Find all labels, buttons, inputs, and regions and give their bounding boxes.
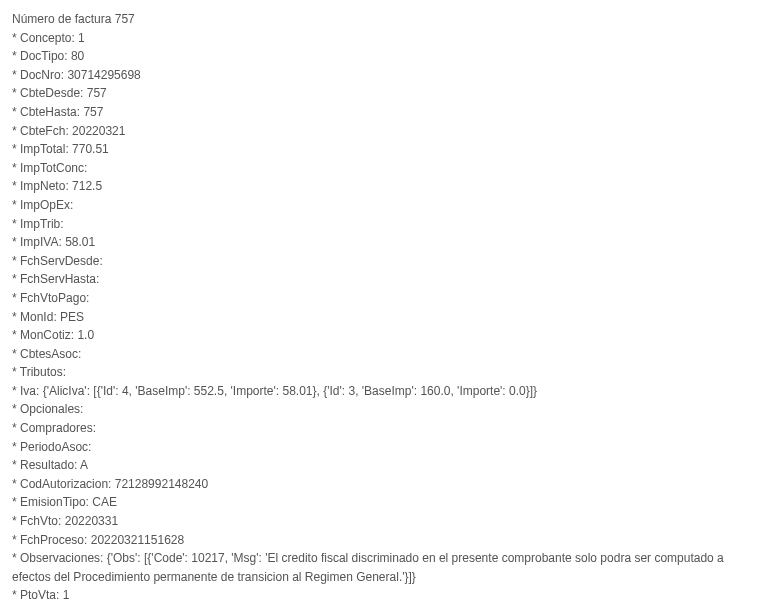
field-prefix: *: [12, 458, 20, 472]
field-separator: :: [63, 365, 66, 379]
field-key: Concepto: [20, 31, 71, 45]
field-line: * FchProceso: 20220321151628: [12, 531, 756, 550]
field-key: Opcionales: [20, 402, 80, 416]
field-separator: :: [96, 272, 99, 286]
field-value: 1: [63, 588, 70, 602]
field-separator: :: [80, 402, 83, 416]
field-value: CAE: [92, 495, 117, 509]
field-prefix: *: [12, 291, 20, 305]
field-value: 20220321: [72, 124, 125, 138]
field-separator: :: [99, 254, 102, 268]
field-prefix: *: [12, 551, 20, 565]
field-key: CbteFch: [20, 124, 65, 138]
field-separator: :: [86, 291, 89, 305]
field-value: {'AlicIva': [{'Id': 4, 'BaseImp': 552.5,…: [43, 384, 537, 398]
field-line: * CbteHasta: 757: [12, 103, 756, 122]
field-key: CbtesAsoc: [20, 347, 78, 361]
field-line: * Tributos:: [12, 363, 756, 382]
field-separator: :: [100, 551, 107, 565]
field-line: * FchServDesde:: [12, 252, 756, 271]
field-prefix: *: [12, 514, 20, 528]
field-value: 712.5: [72, 179, 102, 193]
field-line: * ImpTotConc:: [12, 159, 756, 178]
field-value: 757: [83, 105, 103, 119]
field-separator: :: [58, 514, 65, 528]
field-key: CbteDesde: [20, 86, 80, 100]
field-prefix: *: [12, 495, 20, 509]
field-prefix: *: [12, 421, 20, 435]
field-line: * FchServHasta:: [12, 270, 756, 289]
field-key: ImpOpEx: [20, 198, 70, 212]
field-prefix: *: [12, 533, 20, 547]
field-key: Iva: [20, 384, 36, 398]
field-prefix: *: [12, 254, 20, 268]
field-line: * CbtesAsoc:: [12, 345, 756, 364]
field-key: MonId: [20, 310, 53, 324]
field-value: {'Obs': [{'Code': 10217, 'Msg': 'El cred…: [12, 551, 724, 584]
field-line: * FchVtoPago:: [12, 289, 756, 308]
field-line: * ImpTotal: 770.51: [12, 140, 756, 159]
field-value: 58.01: [65, 235, 95, 249]
field-key: PeriodoAsoc: [20, 440, 88, 454]
field-prefix: *: [12, 161, 20, 175]
field-line: * DocTipo: 80: [12, 47, 756, 66]
field-prefix: *: [12, 328, 20, 342]
field-list: * Concepto: 1 * DocTipo: 80 * DocNro: 30…: [12, 29, 756, 602]
field-key: ImpTrib: [20, 217, 60, 231]
field-line: * Resultado: A: [12, 456, 756, 475]
field-line: * ImpNeto: 712.5: [12, 177, 756, 196]
field-key: DocTipo: [20, 49, 64, 63]
field-prefix: *: [12, 402, 20, 416]
field-key: FchVto: [20, 514, 58, 528]
field-line: * PeriodoAsoc:: [12, 438, 756, 457]
field-prefix: *: [12, 198, 20, 212]
field-key: FchProceso: [20, 533, 84, 547]
invoice-header-label: Número de factura: [12, 12, 111, 26]
field-line: * ImpOpEx:: [12, 196, 756, 215]
field-value: 72128992148240: [115, 477, 208, 491]
field-prefix: *: [12, 440, 20, 454]
field-line: * PtoVta: 1: [12, 586, 756, 602]
field-line: * Compradores:: [12, 419, 756, 438]
field-value: 80: [71, 49, 84, 63]
field-prefix: *: [12, 384, 20, 398]
field-separator: :: [36, 384, 43, 398]
field-separator: :: [78, 347, 81, 361]
field-line: * DocNro: 30714295698: [12, 66, 756, 85]
field-key: FchVtoPago: [20, 291, 86, 305]
field-prefix: *: [12, 477, 20, 491]
field-key: Tributos: [20, 365, 63, 379]
field-line: * CodAutorizacion: 72128992148240: [12, 475, 756, 494]
field-line: * Opcionales:: [12, 400, 756, 419]
field-value: 30714295698: [67, 68, 140, 82]
field-separator: :: [88, 440, 91, 454]
field-value: 1.0: [77, 328, 94, 342]
field-line: * MonCotiz: 1.0: [12, 326, 756, 345]
field-separator: :: [56, 588, 63, 602]
field-separator: :: [84, 161, 87, 175]
field-separator: :: [93, 421, 96, 435]
field-prefix: *: [12, 310, 20, 324]
field-key: CbteHasta: [20, 105, 77, 119]
field-separator: :: [70, 198, 73, 212]
field-value: 20220321151628: [91, 533, 184, 547]
field-key: ImpIVA: [20, 235, 58, 249]
field-prefix: *: [12, 105, 20, 119]
field-key: EmisionTipo: [20, 495, 86, 509]
field-prefix: *: [12, 272, 20, 286]
field-value: A: [80, 458, 88, 472]
field-separator: :: [64, 49, 71, 63]
field-separator: :: [108, 477, 115, 491]
field-prefix: *: [12, 217, 20, 231]
field-separator: :: [84, 533, 91, 547]
field-line: * CbteDesde: 757: [12, 84, 756, 103]
field-key: FchServDesde: [20, 254, 99, 268]
field-key: Observaciones: [20, 551, 100, 565]
invoice-header: Número de factura 757: [12, 10, 756, 29]
field-separator: :: [80, 86, 87, 100]
field-prefix: *: [12, 365, 20, 379]
field-key: ImpTotConc: [20, 161, 84, 175]
field-value: 757: [87, 86, 107, 100]
field-line: * EmisionTipo: CAE: [12, 493, 756, 512]
field-separator: :: [60, 217, 63, 231]
